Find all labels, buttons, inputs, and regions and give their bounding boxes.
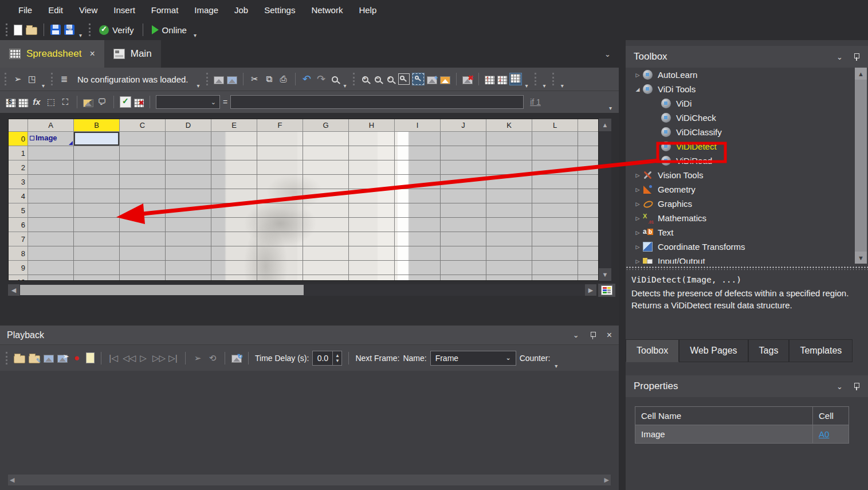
toolbar-grip[interactable] xyxy=(89,23,91,36)
column-header-L[interactable]: L xyxy=(532,119,578,132)
cell-H0[interactable] xyxy=(349,132,395,146)
menu-item[interactable]: Settings xyxy=(256,5,303,15)
load-image-icon[interactable] xyxy=(214,76,224,84)
cell-F8[interactable] xyxy=(257,246,303,261)
cell-F2[interactable] xyxy=(257,160,303,175)
toolbox-item-vidiclassify[interactable]: ViDiClassify xyxy=(626,125,855,139)
scroll-down-icon[interactable]: ▼ xyxy=(855,252,867,264)
contrast-icon[interactable] xyxy=(83,99,93,107)
comment-icon[interactable]: 🗩︎ xyxy=(96,96,108,108)
row-header-1[interactable]: 1 xyxy=(9,146,28,160)
toolbar-grip[interactable] xyxy=(51,73,53,85)
expander-collapsed-icon[interactable]: ▷ xyxy=(634,215,642,221)
scroll-right-icon[interactable]: ▶ xyxy=(585,284,596,296)
cell-A2[interactable] xyxy=(28,160,74,175)
cell-D8[interactable] xyxy=(166,246,211,261)
cell-partial[interactable] xyxy=(578,246,599,261)
cell-partial[interactable] xyxy=(578,175,599,189)
delete-cell-icon[interactable]: ✖ xyxy=(134,99,144,107)
cell-D0[interactable] xyxy=(166,132,211,146)
cell-C3[interactable] xyxy=(120,175,166,189)
row-header-8[interactable]: 8 xyxy=(9,246,28,261)
cell-L2[interactable] xyxy=(532,160,578,175)
cell-A0[interactable]: Image xyxy=(28,132,74,146)
toolbar-grip[interactable] xyxy=(535,73,537,85)
cell-H5[interactable] xyxy=(349,203,395,218)
cell-H10[interactable] xyxy=(349,275,395,281)
record-icon[interactable]: ● xyxy=(71,352,83,364)
verify-button[interactable]: Verify xyxy=(97,24,136,36)
cell-H7[interactable] xyxy=(349,232,395,246)
overflow-chevron[interactable]: ▾ xyxy=(344,83,347,89)
cell-F1[interactable] xyxy=(257,146,303,160)
row-header-4[interactable]: 4 xyxy=(9,189,28,203)
cell-C8[interactable] xyxy=(120,246,166,261)
sheet-vertical-scrollbar[interactable]: ▲ ▼ xyxy=(599,119,611,281)
zoom-reset-icon[interactable]: • xyxy=(387,76,394,83)
if-condition-link[interactable]: if 1 xyxy=(527,97,544,107)
accept-icon[interactable]: ✓ xyxy=(120,96,131,108)
cell-E10[interactable] xyxy=(211,275,257,281)
selected-cell-B0[interactable] xyxy=(74,132,120,146)
copy-frame-icon[interactable] xyxy=(44,355,54,363)
cell-I5[interactable] xyxy=(395,203,441,218)
cell-B5[interactable] xyxy=(74,203,120,218)
expander-collapsed-icon[interactable]: ▷ xyxy=(634,258,642,264)
cell-partial[interactable] xyxy=(578,146,599,160)
first-frame-icon[interactable]: |◁ xyxy=(108,352,119,364)
row-header-7[interactable]: 7 xyxy=(9,232,28,246)
panel-menu-chevron-icon[interactable]: ⌄ xyxy=(836,53,843,61)
properties-row[interactable]: Image A0 xyxy=(635,425,849,443)
cell-D9[interactable] xyxy=(166,261,211,275)
cell-C6[interactable] xyxy=(120,218,166,232)
toolbar-grip[interactable] xyxy=(353,73,355,85)
cell-I4[interactable] xyxy=(395,189,441,203)
cell-partial[interactable] xyxy=(578,203,599,218)
cell-K3[interactable] xyxy=(486,175,532,189)
cell-I3[interactable] xyxy=(395,175,441,189)
edit-playlist-icon[interactable]: ✎ xyxy=(29,355,40,363)
cell-H1[interactable] xyxy=(349,146,395,160)
clear-image-icon[interactable]: ✖ xyxy=(462,76,473,84)
cut-icon[interactable]: ✂ xyxy=(249,73,261,85)
toolbar-grip[interactable] xyxy=(552,73,555,85)
cell-F10[interactable] xyxy=(257,275,303,281)
overflow-chevron[interactable]: ▾ xyxy=(555,363,557,369)
show-grid-icon[interactable] xyxy=(510,73,521,85)
cell-J3[interactable] xyxy=(441,175,486,189)
zoom-region-icon[interactable] xyxy=(398,73,410,85)
toolbox-item-mathematics[interactable]: ▷Mathematics xyxy=(626,211,855,225)
cell-J6[interactable] xyxy=(441,218,486,232)
panel-menu-chevron-icon[interactable]: ⌄ xyxy=(836,382,843,391)
toolbar-grip[interactable] xyxy=(206,73,209,85)
column-header-K[interactable]: K xyxy=(486,119,532,132)
cell-K9[interactable] xyxy=(486,261,532,275)
expander-expanded-icon[interactable]: ◢ xyxy=(634,87,642,92)
expander-collapsed-icon[interactable]: ▷ xyxy=(634,187,642,193)
format-grid-icon[interactable] xyxy=(18,99,28,107)
toolbox-item-autolearn[interactable]: ▷AutoLearn xyxy=(626,68,855,82)
select-cursor-icon[interactable]: ➢ xyxy=(12,73,23,85)
scroll-left-icon[interactable]: ◀ xyxy=(10,476,14,484)
toolbox-item-vidiread[interactable]: ViDiRead xyxy=(626,154,855,168)
cell-E6[interactable] xyxy=(211,218,257,232)
column-header-F[interactable]: F xyxy=(257,119,303,132)
cell-L1[interactable] xyxy=(532,146,578,160)
cell-B4[interactable] xyxy=(74,189,120,203)
cell-I9[interactable] xyxy=(395,261,441,275)
cell-I1[interactable] xyxy=(395,146,441,160)
overflow-chevron[interactable]: ▾ xyxy=(543,83,546,89)
cell-A6[interactable] xyxy=(28,218,74,232)
toolbar-grip[interactable] xyxy=(6,23,8,36)
pin-icon[interactable] xyxy=(853,382,860,390)
toolbox-item-vidi-tools[interactable]: ◢ViDi Tools xyxy=(626,82,855,96)
cell-I6[interactable] xyxy=(395,218,441,232)
menu-item[interactable]: Job xyxy=(226,5,256,15)
column-header-G[interactable]: G xyxy=(303,119,349,132)
toolbox-scrollbar[interactable]: ▲ ▼ xyxy=(855,68,867,264)
formula-input[interactable] xyxy=(230,95,524,109)
undo-icon[interactable]: ↶ xyxy=(301,73,313,85)
time-delay-value[interactable]: 0.0 xyxy=(313,354,332,363)
cell-F3[interactable] xyxy=(257,175,303,189)
corner-header-cell[interactable] xyxy=(9,119,28,132)
